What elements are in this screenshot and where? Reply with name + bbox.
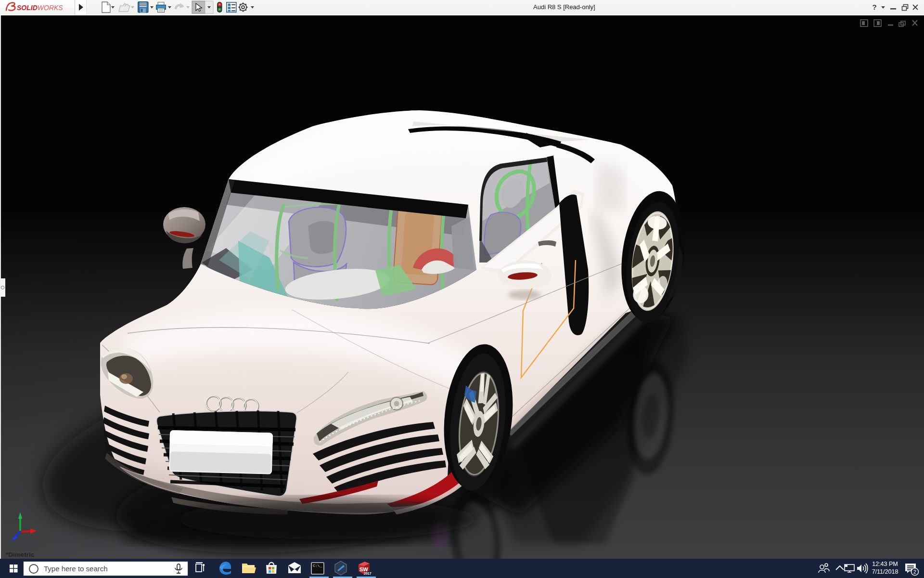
svg-text:C:\_: C:\_ <box>313 564 322 568</box>
svg-text:*Dimetric: *Dimetric <box>6 551 35 558</box>
svg-text:2: 2 <box>913 569 916 575</box>
svg-text:2017: 2017 <box>364 572 372 575</box>
